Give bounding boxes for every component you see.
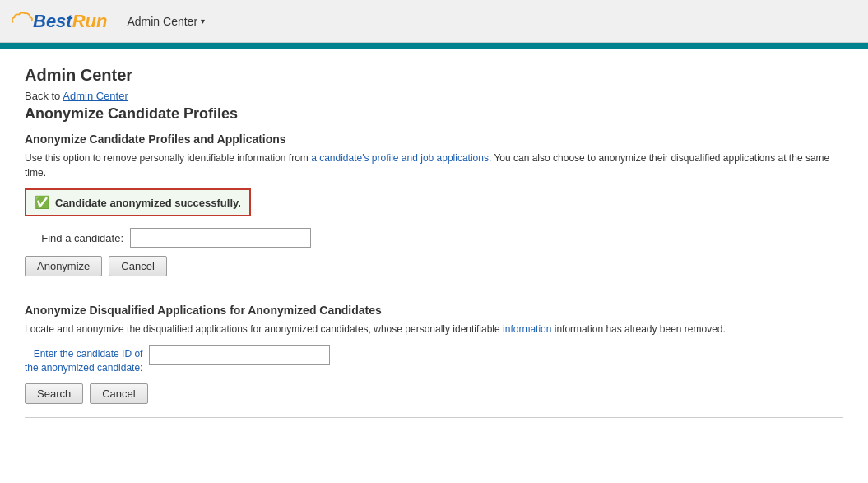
nav-arrow: ▾ [201, 16, 205, 26]
candidate-id-row: Enter the candidate ID of the anonymized… [25, 345, 843, 375]
action-buttons-1: Anonymize Cancel [25, 256, 843, 276]
find-candidate-input[interactable] [130, 228, 311, 248]
page-title: Admin Center [25, 66, 843, 85]
find-candidate-row: Find a candidate: [25, 228, 843, 248]
search-button[interactable]: Search [25, 383, 83, 404]
anonymize-button[interactable]: Anonymize [25, 256, 102, 276]
description1: Use this option to remove personally ide… [25, 151, 843, 180]
desc1-part1: Use this option to remove personally ide… [25, 152, 309, 164]
desc1-highlight: a candidate's profile and job applicatio… [309, 152, 491, 164]
cloud-icon [10, 11, 33, 24]
divider-1 [25, 290, 843, 290]
find-candidate-label: Find a candidate: [25, 232, 123, 244]
breadcrumb-back: Back to [25, 90, 60, 102]
subsection1-title: Anonymize Candidate Profiles and Applica… [25, 132, 843, 146]
nav-label: Admin Center [127, 15, 197, 28]
divider-2 [25, 417, 843, 418]
candidate-id-input[interactable] [149, 345, 330, 365]
logo: BestRun [13, 11, 107, 32]
success-icon: ✅ [35, 195, 50, 210]
cancel-button-1[interactable]: Cancel [109, 256, 166, 276]
success-message-box: ✅ Candidate anonymized successfully. [25, 188, 251, 216]
desc2-part2: information has already been removed. [551, 323, 725, 335]
candidate-id-label: Enter the candidate ID of the anonymized… [25, 345, 142, 375]
breadcrumb: Back to Admin Center [25, 90, 843, 102]
description2: Locate and anonymize the disqualified ap… [25, 322, 843, 337]
desc2-part1: Locate and anonymize the disqualified ap… [25, 323, 500, 335]
logo-run: Run [72, 11, 108, 32]
teal-bar [0, 43, 868, 49]
logo-best: Best [33, 11, 72, 32]
candidate-id-label-line1: Enter the candidate ID of [34, 348, 143, 360]
main-content: Admin Center Back to Admin Center Anonym… [0, 49, 868, 448]
success-text: Candidate anonymized successfully. [55, 197, 241, 209]
subsection2-title: Anonymize Disqualified Applications for … [25, 304, 843, 317]
header: BestRun Admin Center ▾ [0, 0, 868, 43]
breadcrumb-link[interactable]: Admin Center [63, 90, 128, 102]
cancel-button-2[interactable]: Cancel [90, 383, 147, 404]
admin-center-nav[interactable]: Admin Center ▾ [127, 15, 205, 28]
action-buttons-2: Search Cancel [25, 383, 843, 404]
candidate-id-label-line2: the anonymized candidate: [25, 362, 142, 374]
desc2-highlight: information [500, 323, 552, 335]
section-title: Anonymize Candidate Profiles [25, 105, 843, 123]
